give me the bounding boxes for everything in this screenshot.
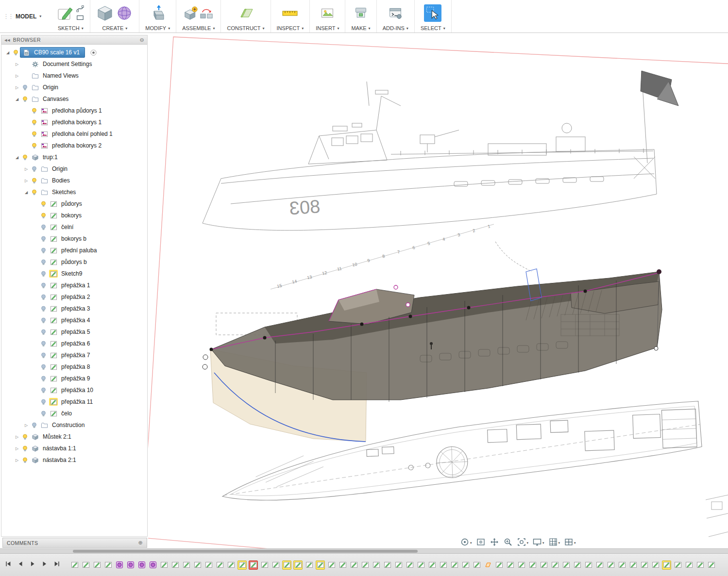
expand-arrow-icon[interactable]: ▷: [23, 179, 30, 183]
toolbar-group-label[interactable]: CONSTRUCT▾: [227, 24, 264, 31]
skip-end-button[interactable]: [51, 560, 62, 570]
timeline-feature-sketch[interactable]: [707, 560, 716, 570]
visibility-bulb-icon[interactable]: [20, 83, 29, 91]
tree-item-eln[interactable]: čelní: [1, 221, 147, 233]
toolbar-group-label[interactable]: MODIFY▾: [145, 24, 170, 31]
tree-item-label[interactable]: Named Views: [41, 72, 80, 79]
tree-item-pill[interactable]: přepážka 6: [48, 339, 95, 348]
timeline-feature-sketch[interactable]: [662, 560, 671, 570]
timeline-feature-canvas[interactable]: [115, 560, 124, 570]
timeline-feature-sketch[interactable]: [159, 560, 169, 570]
visibility-bulb-icon[interactable]: [39, 247, 48, 254]
nav-pan-button[interactable]: [489, 536, 500, 550]
tree-item-pill[interactable]: Named Views: [29, 71, 84, 81]
tree-item-pill[interactable]: půdorys: [48, 199, 87, 209]
visibility-bulb-icon[interactable]: [39, 340, 48, 347]
tree-item-pill[interactable]: trup:1: [29, 152, 63, 162]
timeline-feature-sketch[interactable]: [606, 560, 615, 570]
tree-item-p-ep-ka-9[interactable]: přepážka 9: [1, 373, 147, 384]
tree-item-n-stavba-2-1[interactable]: ▷nástavba 2:1: [1, 454, 147, 466]
measure-icon[interactable]: [281, 4, 299, 22]
visibility-bulb-icon[interactable]: [39, 328, 48, 336]
timeline-feature-sketch[interactable]: [92, 560, 102, 570]
visibility-bulb-icon[interactable]: [30, 142, 38, 149]
tree-item-label[interactable]: přepážka 2: [60, 294, 91, 300]
tree-item-label[interactable]: bokorys b: [60, 235, 88, 242]
expand-arrow-icon[interactable]: ◢: [4, 50, 11, 55]
expand-arrow-icon[interactable]: ▷: [14, 435, 20, 439]
tree-item-elo[interactable]: čelo: [1, 408, 147, 419]
step-forward-button[interactable]: [39, 560, 50, 570]
visibility-bulb-icon[interactable]: [39, 398, 48, 406]
visibility-bulb-icon[interactable]: [30, 177, 38, 184]
tree-item-label[interactable]: Origin: [41, 84, 60, 91]
timeline-feature-sketch[interactable]: [416, 560, 425, 570]
visibility-bulb-icon[interactable]: [39, 410, 48, 417]
tree-item-pill[interactable]: CB90 scale 16 v1: [20, 47, 85, 58]
timeline-feature-sketch[interactable]: [684, 560, 694, 570]
visibility-bulb-icon[interactable]: [11, 49, 20, 56]
comments-bar[interactable]: COMMENTS ⊕: [2, 538, 147, 548]
tree-item-pill[interactable]: Můstek 2:1: [29, 432, 76, 442]
tree-item-label[interactable]: přední paluba: [60, 247, 98, 254]
timeline-feature-sketch[interactable]: [260, 560, 269, 570]
timeline-feature-sketch[interactable]: [282, 560, 291, 570]
tree-item-pill[interactable]: čelní: [48, 222, 78, 232]
collapse-panel-icon[interactable]: ◂◂: [4, 37, 10, 43]
timeline-feature-sketch[interactable]: [103, 560, 113, 570]
tree-item-label[interactable]: Sketch9: [60, 270, 84, 277]
visibility-bulb-icon[interactable]: [20, 433, 29, 441]
new-component-icon[interactable]: [184, 6, 198, 20]
tree-item-label[interactable]: Construction: [51, 422, 86, 428]
timeline-feature-sketch[interactable]: [182, 560, 191, 570]
toolbar-group-label[interactable]: INSERT▾: [316, 24, 339, 31]
tree-item-bokorys-b[interactable]: bokorys b: [1, 233, 147, 245]
timeline-feature-sketch[interactable]: [561, 560, 571, 570]
tree-item-pill[interactable]: bokorys: [48, 211, 86, 220]
tree-item-pill[interactable]: přepážka 5: [48, 327, 95, 337]
insert-image-icon[interactable]: [321, 6, 334, 20]
tree-item-origin[interactable]: ▷Origin: [1, 82, 147, 93]
toolbar-group-label[interactable]: ASSEMBLE▾: [182, 24, 215, 31]
minimize-panel-icon[interactable]: ⊖: [139, 37, 144, 43]
timeline-feature-sketch[interactable]: [439, 560, 448, 570]
tree-item-pill[interactable]: přepážka 2: [48, 292, 95, 302]
timeline-feature-sketch[interactable]: [372, 560, 381, 570]
visibility-bulb-icon[interactable]: [39, 293, 48, 301]
timeline-feature-sketch[interactable]: [271, 560, 280, 570]
timeline-feature-sketch[interactable]: [226, 560, 236, 570]
visibility-bulb-icon[interactable]: [39, 270, 48, 278]
timeline-feature-sketch[interactable]: [494, 560, 504, 570]
visibility-bulb-icon[interactable]: [39, 200, 48, 208]
tree-item-pill[interactable]: čelo: [48, 409, 77, 418]
timeline-feature-canvas[interactable]: [148, 560, 157, 570]
tree-item-label[interactable]: Bodies: [51, 177, 71, 184]
workspace-switcher[interactable]: ⋮⋮ MODEL ▾: [1, 2, 47, 31]
toolbar-group-label[interactable]: ADD-INS▾: [383, 24, 408, 31]
tree-item-named-views[interactable]: ▷Named Views: [1, 70, 147, 82]
tree-item-p-ep-ka-10[interactable]: přepážka 10: [1, 384, 147, 396]
tree-item-p-ep-ka-4[interactable]: přepážka 4: [1, 314, 147, 326]
tree-item-label[interactable]: nástavba 2:1: [41, 457, 78, 463]
timeline-feature-sketch[interactable]: [506, 560, 515, 570]
tree-item-p-ep-ka-1[interactable]: přepážka 1: [1, 280, 147, 291]
expand-arrow-icon[interactable]: ▷: [14, 458, 20, 462]
nav-orbit-button[interactable]: ▾: [459, 536, 473, 550]
tree-item-label[interactable]: přepážka 8: [60, 363, 91, 370]
tree-item-document-settings[interactable]: ▷Document Settings: [1, 58, 147, 70]
toolbar-group-label[interactable]: MAKE▾: [351, 24, 370, 31]
visibility-bulb-icon[interactable]: [30, 188, 38, 196]
tree-item-pill[interactable]: přepážka 9: [48, 374, 95, 383]
sphere-icon[interactable]: [116, 4, 133, 22]
visibility-bulb-icon[interactable]: [39, 235, 48, 243]
expand-arrow-icon[interactable]: ▷: [23, 423, 30, 428]
visibility-bulb-icon[interactable]: [39, 305, 48, 313]
tree-item-p-ep-ka-3[interactable]: přepážka 3: [1, 303, 147, 314]
tree-item-pill[interactable]: přepážka 1: [48, 280, 95, 290]
visibility-bulb-icon[interactable]: [39, 363, 48, 371]
box-icon[interactable]: [96, 4, 114, 22]
activate-component-radio[interactable]: [90, 49, 97, 56]
visibility-bulb-icon[interactable]: [30, 165, 38, 173]
tree-item-label[interactable]: přepážka 4: [60, 317, 91, 324]
timeline-feature-sketch[interactable]: [293, 560, 303, 570]
